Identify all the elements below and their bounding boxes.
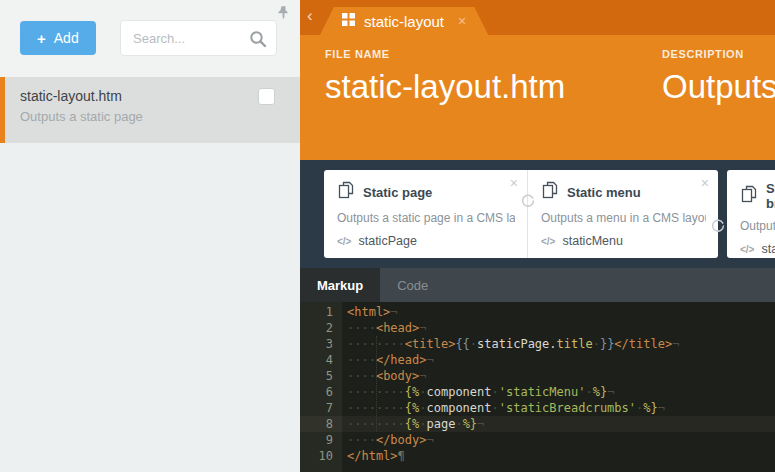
component-title: Static page	[363, 185, 432, 200]
pages-icon	[337, 181, 355, 203]
code-line-content: ········{%·page·%}¬	[342, 416, 484, 432]
main-panel: ‹ static-layout × FILE NAME	[300, 0, 775, 472]
line-number: 6	[300, 384, 342, 400]
component-description: Outputs a static page in a CMS layout.	[337, 211, 515, 225]
code-line-content: ····</head>¬	[342, 352, 434, 368]
line-number: 5	[300, 368, 342, 384]
code-line[interactable]: 9····</body>¬	[300, 432, 775, 448]
code-line[interactable]: 4····</head>¬	[300, 352, 775, 368]
indent-guide	[376, 336, 377, 432]
plus-icon: +	[37, 31, 46, 46]
document-header: FILE NAME static-layout.htm DESCRIPTION …	[300, 35, 775, 160]
component-description: Outputs breadcrumbs in a CMS layout.	[740, 219, 775, 233]
close-icon[interactable]: ×	[458, 13, 466, 29]
code-tag-icon: </>	[541, 236, 555, 247]
component-title: Static breadcrumbs	[766, 181, 775, 211]
component-card-static-breadcrumbs[interactable]: Static breadcrumbs Outputs breadcrumbs i…	[727, 170, 775, 258]
search-icon	[249, 30, 267, 52]
tab-markup[interactable]: Markup	[300, 268, 380, 302]
file-name-value[interactable]: static-layout.htm	[325, 68, 662, 106]
component-card-static-menu[interactable]: Static menu × Outputs a menu in a CMS la…	[527, 170, 718, 258]
search-box	[120, 20, 277, 56]
line-number: 10	[300, 448, 342, 464]
line-number: 3	[300, 336, 342, 352]
description-value[interactable]: Outputs a static page	[662, 68, 775, 106]
code-line-content: ····</body>¬	[342, 432, 434, 448]
line-number: 8	[300, 416, 342, 432]
component-description: Outputs a menu in a CMS layout.	[541, 211, 706, 225]
code-lines: 1<html>¬2····<head>¬3········<title>{{·s…	[300, 304, 775, 464]
component-alias: staticMenu	[562, 234, 622, 248]
tab-static-layout[interactable]: static-layout ×	[320, 7, 488, 35]
component-alias: staticBreadcrumbs	[761, 242, 775, 256]
code-line[interactable]: 5····<body>¬	[300, 368, 775, 384]
close-icon[interactable]: ×	[701, 175, 709, 191]
editor-tabbar: Markup Code	[300, 268, 775, 302]
code-line-content: ········{%·component·'staticMenu'·%}¬	[342, 384, 614, 400]
add-button[interactable]: + Add	[20, 21, 96, 55]
line-number: 4	[300, 352, 342, 368]
code-line-content: ········{%·component·'staticBreadcrumbs'…	[342, 400, 665, 416]
refresh-arrow-icon	[710, 218, 726, 238]
add-button-label: Add	[54, 30, 79, 46]
components-strip: Static page × Outputs a static page in a…	[300, 160, 775, 268]
file-name-label: FILE NAME	[325, 48, 662, 60]
tab-label: static-layout	[364, 13, 444, 30]
code-line[interactable]: 6········{%·component·'staticMenu'·%}¬	[300, 384, 775, 400]
component-alias: staticPage	[358, 234, 416, 248]
code-tag-icon: </>	[337, 236, 351, 247]
code-line-content: ····<head>¬	[342, 320, 427, 336]
back-chevron-icon[interactable]: ‹	[307, 6, 313, 26]
sidebar: + Add static-layout.htm Outputs	[0, 0, 300, 472]
close-icon[interactable]: ×	[510, 175, 518, 191]
component-title: Static menu	[567, 185, 641, 200]
list-item-subtitle: Outputs a static page	[20, 109, 300, 124]
pages-icon	[740, 185, 758, 207]
description-field[interactable]: DESCRIPTION Outputs a static page	[662, 48, 775, 106]
component-card-static-page[interactable]: Static page × Outputs a static page in a…	[324, 170, 527, 258]
code-line[interactable]: 1<html>¬	[300, 304, 775, 320]
refresh-arrow-icon	[520, 193, 536, 213]
description-label: DESCRIPTION	[662, 48, 775, 60]
sidebar-toolbar: + Add	[0, 0, 300, 77]
line-number: 2	[300, 320, 342, 336]
line-number: 7	[300, 400, 342, 416]
code-line[interactable]: 7········{%·component·'staticBreadcrumbs…	[300, 400, 775, 416]
code-line-content: </html>¶	[342, 448, 405, 464]
app-window: + Add static-layout.htm Outputs	[0, 0, 775, 472]
line-number: 9	[300, 432, 342, 448]
code-line-content: ········<title>{{·staticPage.title·}}</t…	[342, 336, 679, 352]
code-line-content: ····<body>¬	[342, 368, 427, 384]
pin-icon[interactable]	[277, 5, 290, 24]
code-editor[interactable]: 1<html>¬2····<head>¬3········<title>{{·s…	[300, 302, 775, 472]
list-item-checkbox[interactable]	[258, 88, 275, 105]
code-line[interactable]: 2····<head>¬	[300, 320, 775, 336]
code-line[interactable]: 8········{%·page·%}¬	[300, 416, 775, 432]
layout-grid-icon	[342, 12, 355, 30]
tab-code[interactable]: Code	[380, 268, 445, 302]
line-number: 1	[300, 304, 342, 320]
sidebar-item-static-layout[interactable]: static-layout.htm Outputs a static page	[0, 77, 300, 143]
code-line-content: <html>¬	[342, 304, 398, 320]
file-name-field[interactable]: FILE NAME static-layout.htm	[325, 48, 662, 106]
component-card-group: Static page × Outputs a static page in a…	[324, 170, 718, 258]
code-tag-icon: </>	[740, 244, 754, 255]
code-line[interactable]: 10</html>¶	[300, 448, 775, 464]
document-tabbar: ‹ static-layout ×	[300, 0, 775, 35]
code-line[interactable]: 3········<title>{{·staticPage.title·}}</…	[300, 336, 775, 352]
pages-icon	[541, 181, 559, 203]
